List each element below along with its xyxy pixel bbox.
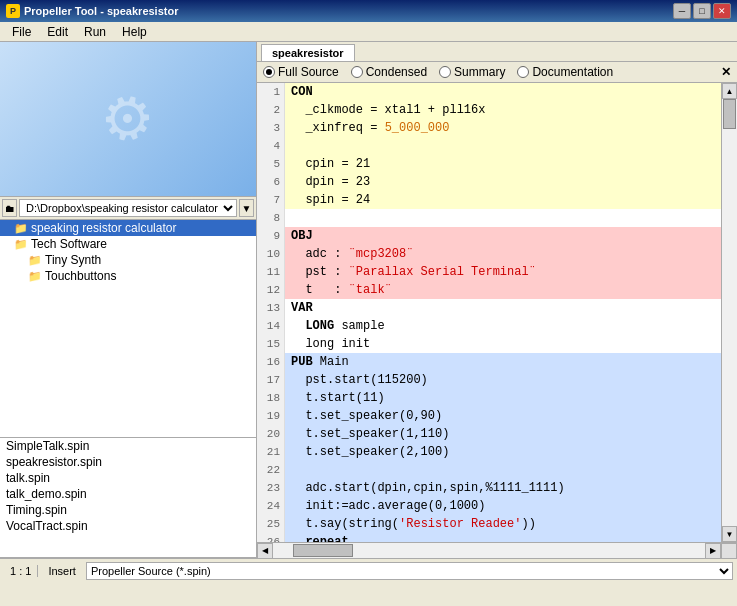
minimize-button[interactable]: ─ <box>673 3 691 19</box>
scroll-left-button[interactable]: ◀ <box>257 543 273 559</box>
line-content[interactable]: VAR <box>285 299 721 317</box>
dir-dropdown-button[interactable]: ▼ <box>239 199 254 217</box>
line-content[interactable]: adc : ¨mcp3208¨ <box>285 245 721 263</box>
cursor-position: 1 : 1 <box>4 565 38 577</box>
line-content[interactable]: long init <box>285 335 721 353</box>
file-item[interactable]: VocalTract.spin <box>0 518 256 534</box>
line-content[interactable]: t.set_speaker(1,110) <box>285 425 721 443</box>
left-panel: ⚙ 🖿 D:\Dropbox\speaking resistor calcula… <box>0 42 257 558</box>
code-line-5: 5 cpin = 21 <box>257 155 721 173</box>
line-content[interactable] <box>285 461 721 479</box>
source-type-select[interactable]: Propeller Source (*.spin) <box>86 562 733 580</box>
line-content[interactable]: pst.start(115200) <box>285 371 721 389</box>
maximize-button[interactable]: □ <box>693 3 711 19</box>
code-line-13: 13 VAR <box>257 299 721 317</box>
close-editor-button[interactable]: ✕ <box>721 65 731 79</box>
code-line-23: 23 adc.start(dpin,cpin,spin,%1111_1111) <box>257 479 721 497</box>
line-num: 8 <box>257 209 285 227</box>
radio-dot-doc <box>517 66 529 78</box>
line-content[interactable]: repeat <box>285 533 721 542</box>
line-content[interactable]: t.start(11) <box>285 389 721 407</box>
menu-run[interactable]: Run <box>76 23 114 41</box>
line-num: 11 <box>257 263 285 281</box>
radio-documentation[interactable]: Documentation <box>517 65 613 79</box>
line-num: 5 <box>257 155 285 173</box>
scroll-right-button[interactable]: ▶ <box>705 543 721 559</box>
horizontal-scrollbar[interactable]: ◀ ▶ <box>257 543 721 558</box>
line-num: 18 <box>257 389 285 407</box>
menu-file[interactable]: File <box>4 23 39 41</box>
tree-item-tiny[interactable]: 📁 Tiny Synth <box>0 252 256 268</box>
menu-edit[interactable]: Edit <box>39 23 76 41</box>
line-content[interactable]: pst : ¨Parallax Serial Terminal¨ <box>285 263 721 281</box>
radio-condensed[interactable]: Condensed <box>351 65 427 79</box>
line-content[interactable]: LONG sample <box>285 317 721 335</box>
line-num: 24 <box>257 497 285 515</box>
scroll-down-button[interactable]: ▼ <box>722 526 737 542</box>
line-content[interactable] <box>285 137 721 155</box>
folder-icon: 📁 <box>14 222 28 235</box>
tree-item-tech[interactable]: 📁 Tech Software <box>0 236 256 252</box>
line-content[interactable]: t.set_speaker(0,90) <box>285 407 721 425</box>
line-content[interactable]: dpin = 23 <box>285 173 721 191</box>
line-num: 15 <box>257 335 285 353</box>
vertical-scrollbar[interactable]: ▲ ▼ <box>721 83 737 542</box>
line-num: 16 <box>257 353 285 371</box>
scroll-track <box>722 99 737 526</box>
line-num: 21 <box>257 443 285 461</box>
line-content[interactable]: t.say(string('Resistor Readee')) <box>285 515 721 533</box>
code-line-16: 16 PUB Main <box>257 353 721 371</box>
line-content[interactable]: cpin = 21 <box>285 155 721 173</box>
line-num: 19 <box>257 407 285 425</box>
radio-full-source[interactable]: Full Source <box>263 65 339 79</box>
line-num: 14 <box>257 317 285 335</box>
file-item[interactable]: talk_demo.spin <box>0 486 256 502</box>
hscrollbar-row: ◀ ▶ <box>257 542 737 558</box>
tree-item-touch[interactable]: 📁 Touchbuttons <box>0 268 256 284</box>
line-content[interactable]: _xinfreq = 5_000_000 <box>285 119 721 137</box>
propeller-graphic: ⚙ <box>93 78 163 160</box>
app-icon: P <box>6 4 20 18</box>
file-item[interactable]: Timing.spin <box>0 502 256 518</box>
line-num: 2 <box>257 101 285 119</box>
code-scroll-area[interactable]: 1 CON 2 _clkmode = xtal1 + pll16x 3 _xin… <box>257 83 721 542</box>
tree-item-speaking[interactable]: 📁 speaking resistor calculator <box>0 220 256 236</box>
line-content[interactable]: spin = 24 <box>285 191 721 209</box>
file-item[interactable]: talk.spin <box>0 470 256 486</box>
radio-summary[interactable]: Summary <box>439 65 505 79</box>
code-line-1: 1 CON <box>257 83 721 101</box>
line-content[interactable]: OBJ <box>285 227 721 245</box>
line-content[interactable]: PUB Main <box>285 353 721 371</box>
code-line-26: 26 repeat <box>257 533 721 542</box>
tab-bar: speakresistor <box>257 42 737 62</box>
line-content[interactable]: CON <box>285 83 721 101</box>
dir-up-button[interactable]: 🖿 <box>2 199 17 217</box>
code-editor: 1 CON 2 _clkmode = xtal1 + pll16x 3 _xin… <box>257 83 737 542</box>
code-line-3: 3 _xinfreq = 5_000_000 <box>257 119 721 137</box>
dir-path-select[interactable]: D:\Dropbox\speaking resistor calculator <box>19 199 237 217</box>
line-num: 6 <box>257 173 285 191</box>
line-content[interactable]: t : ¨talk¨ <box>285 281 721 299</box>
line-content[interactable] <box>285 209 721 227</box>
scroll-up-button[interactable]: ▲ <box>722 83 737 99</box>
line-content[interactable]: t.set_speaker(2,100) <box>285 443 721 461</box>
scroll-thumb[interactable] <box>723 99 736 129</box>
hscroll-thumb[interactable] <box>293 544 353 557</box>
file-item[interactable]: SimpleTalk.spin <box>0 438 256 454</box>
radio-dot-full <box>263 66 275 78</box>
line-content[interactable]: _clkmode = xtal1 + pll16x <box>285 101 721 119</box>
code-line-2: 2 _clkmode = xtal1 + pll16x <box>257 101 721 119</box>
file-item[interactable]: speakresistor.spin <box>0 454 256 470</box>
code-line-6: 6 dpin = 23 <box>257 173 721 191</box>
menu-help[interactable]: Help <box>114 23 155 41</box>
line-content[interactable]: adc.start(dpin,cpin,spin,%1111_1111) <box>285 479 721 497</box>
close-button[interactable]: ✕ <box>713 3 731 19</box>
hscroll-track <box>273 543 705 558</box>
line-content[interactable]: init:=adc.average(0,1000) <box>285 497 721 515</box>
dir-toolbar: 🖿 D:\Dropbox\speaking resistor calculato… <box>0 197 256 220</box>
code-line-25: 25 t.say(string('Resistor Readee')) <box>257 515 721 533</box>
line-num: 10 <box>257 245 285 263</box>
line-num: 25 <box>257 515 285 533</box>
code-line-21: 21 t.set_speaker(2,100) <box>257 443 721 461</box>
editor-tab[interactable]: speakresistor <box>261 44 355 61</box>
